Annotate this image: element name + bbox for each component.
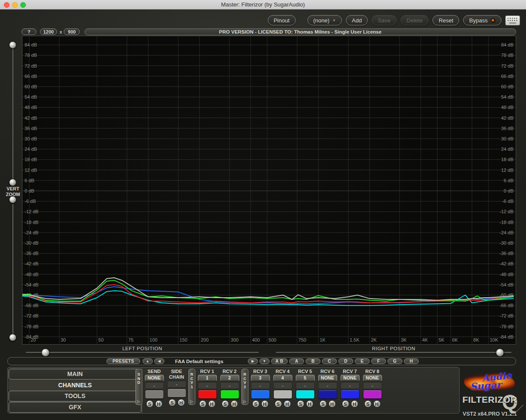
channel-value-field[interactable]: - — [145, 382, 164, 389]
right-position-knob[interactable] — [496, 348, 504, 357]
preset-slot-b[interactable]: B — [306, 358, 320, 364]
y-tick-label-right: 36 dB — [501, 126, 513, 131]
channel-color-swatch[interactable] — [363, 390, 382, 399]
preset-slot-d[interactable]: D — [338, 358, 353, 364]
channel-port-button[interactable]: 5 — [296, 375, 315, 381]
tab-tools[interactable]: TOOLS — [9, 391, 141, 401]
vert-zoom-bottom-knob-a[interactable] — [9, 196, 16, 203]
tab-main[interactable]: MAIN — [9, 369, 141, 380]
channel-color-swatch[interactable] — [220, 390, 239, 399]
reset-button[interactable]: Reset — [432, 15, 459, 25]
preset-slot-c[interactable]: C — [322, 358, 337, 364]
channel-color-swatch[interactable] — [198, 390, 217, 399]
preset-up-button[interactable]: ▲ — [143, 358, 153, 364]
channel-value-field[interactable]: - — [318, 382, 337, 389]
channel-strip-toggle-snd[interactable]: SND▷ — [135, 369, 142, 405]
preset-slot-h[interactable]: H — [404, 358, 419, 364]
right-position-track[interactable] — [276, 352, 511, 353]
channel-port-button[interactable]: 3 — [251, 375, 270, 381]
channel-port-button[interactable]: 1 — [198, 375, 217, 381]
solo-button[interactable]: S — [364, 400, 372, 408]
y-tick-label-left: 30 dB — [25, 136, 37, 141]
preset-next-button[interactable]: ▶ — [248, 358, 258, 364]
presets-button[interactable]: PRESETS — [106, 358, 140, 364]
tab-gfx[interactable]: GFX — [9, 402, 141, 413]
hide-button[interactable]: H — [155, 400, 163, 408]
pinout-button[interactable]: Pinout — [268, 15, 296, 25]
preset-dropdown[interactable]: (none)▼ — [307, 15, 342, 25]
channel-port-button[interactable]: NONE — [318, 375, 337, 381]
channel-color-swatch[interactable] — [296, 390, 315, 399]
channel-value-field[interactable]: - — [167, 381, 186, 388]
up-arrow-icon: ▲ — [146, 360, 149, 363]
channel-value-field[interactable]: - — [363, 382, 382, 389]
solo-button[interactable]: S — [222, 400, 229, 408]
channel-title: RCV 8 — [365, 369, 379, 374]
hide-button[interactable]: H — [261, 400, 269, 408]
y-tick-label-left: -72 dB — [25, 313, 38, 318]
channel-value-field[interactable]: - — [251, 382, 270, 389]
left-position-knob[interactable] — [41, 348, 50, 357]
vert-zoom-bottom-track[interactable] — [13, 204, 13, 335]
preset-slot-f[interactable]: F — [371, 358, 386, 364]
save-button[interactable]: Save — [372, 15, 397, 25]
hide-button[interactable]: H — [178, 399, 185, 406]
channel-value-field[interactable]: - — [220, 382, 239, 389]
channel-color-swatch[interactable] — [251, 390, 270, 399]
hide-button[interactable]: H — [329, 400, 336, 408]
channel-title: RCV 3 — [253, 369, 267, 374]
add-button[interactable]: Add — [346, 15, 368, 25]
channel-port-button[interactable]: NONE — [363, 375, 382, 381]
channel-color-swatch[interactable] — [273, 390, 292, 399]
hide-button[interactable]: H — [306, 400, 313, 408]
channel-value-field[interactable]: - — [296, 382, 315, 389]
channel-strip-toggle-rcv2[interactable]: RCV2▷ — [241, 369, 248, 405]
channel-color-swatch[interactable] — [167, 389, 186, 398]
vert-zoom-bottom-knob-b[interactable] — [9, 334, 16, 341]
tab-channels[interactable]: CHANNELS — [9, 380, 141, 391]
vert-zoom-top-track[interactable] — [13, 48, 13, 182]
channel-color-swatch[interactable] — [318, 390, 337, 399]
channel-value-field[interactable]: - — [273, 382, 292, 389]
solo-button[interactable]: S — [319, 400, 327, 408]
solo-button[interactable]: S — [342, 400, 349, 408]
channel-color-swatch[interactable] — [145, 390, 164, 399]
x-tick-label: 1K — [319, 337, 326, 342]
channel-port-button[interactable]: NONE — [145, 375, 164, 381]
vert-zoom-top-knob-b[interactable] — [9, 179, 16, 186]
channel-port-button[interactable]: 2 — [220, 375, 239, 381]
help-button[interactable]: ? — [22, 28, 36, 35]
keyboard-icon[interactable] — [505, 16, 520, 25]
solo-button[interactable]: S — [297, 400, 304, 408]
bypass-button[interactable]: Bypass — [463, 15, 501, 25]
channel-strip-toggle-rcv1[interactable]: RCV1▷ — [188, 369, 195, 405]
channel-color-swatch[interactable] — [341, 390, 360, 399]
channel-port-button[interactable]: NONE — [341, 375, 360, 381]
preset-prev-button[interactable]: ◀ — [154, 358, 164, 364]
width-field[interactable]: 1200 — [40, 28, 57, 35]
channel-value-field[interactable]: - — [341, 382, 360, 389]
hide-button[interactable]: H — [208, 400, 216, 408]
x-tick-label: 3K — [401, 337, 407, 342]
preset-slot-a[interactable]: A — [289, 358, 304, 364]
height-field[interactable]: 900 — [64, 28, 80, 35]
preset-slot-a-b[interactable]: A B — [271, 358, 288, 364]
hide-button[interactable]: H — [373, 400, 381, 408]
hide-button[interactable]: H — [351, 400, 358, 408]
spectrum-analyzer[interactable]: 203050751001502003004005007501K1.5K2K3K4… — [22, 36, 516, 345]
solo-button[interactable]: S — [146, 400, 153, 408]
preset-slot-e[interactable]: E — [355, 358, 369, 364]
solo-button[interactable]: S — [252, 400, 260, 408]
channel-port-button[interactable]: 4 — [273, 375, 292, 381]
solo-button[interactable]: S — [169, 399, 176, 406]
hide-button[interactable]: H — [231, 400, 238, 408]
hide-button[interactable]: H — [284, 400, 291, 408]
delete-button[interactable]: Delete — [401, 15, 429, 25]
preset-down-button[interactable]: ▼ — [260, 358, 269, 364]
solo-button[interactable]: S — [275, 400, 282, 408]
solo-button[interactable]: S — [199, 400, 207, 408]
left-position-track[interactable] — [26, 352, 259, 353]
vert-zoom-top-knob-a[interactable] — [9, 41, 16, 49]
preset-slot-g[interactable]: G — [388, 358, 402, 364]
channel-value-field[interactable]: - — [198, 382, 217, 389]
